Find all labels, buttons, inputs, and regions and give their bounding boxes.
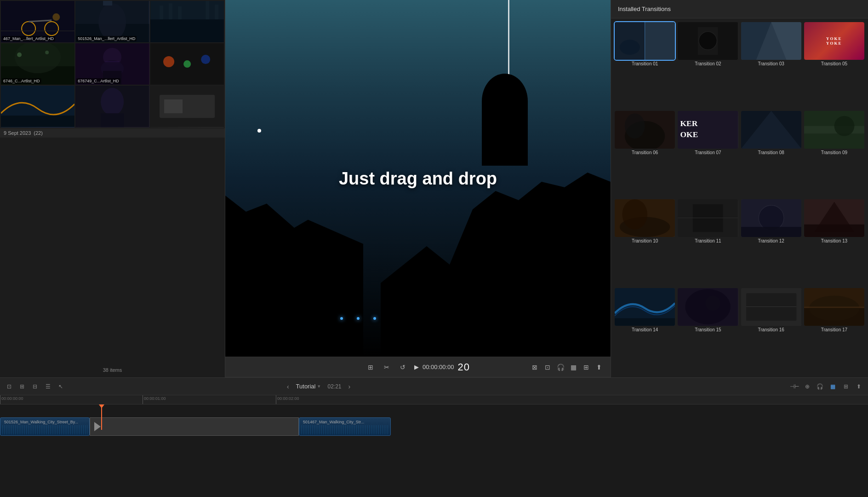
media-section-label: 9 Sept 2023 (22) [0, 128, 225, 138]
svg-point-84 [809, 295, 859, 321]
transition-thumb-05[interactable]: YOKEYOKE [804, 22, 864, 60]
transition-item-16[interactable]: Transition 16 [741, 288, 801, 374]
transition-thumb-11[interactable] [678, 199, 738, 237]
transition-thumb-01[interactable] [615, 22, 675, 60]
transition-thumb-06[interactable] [615, 111, 675, 149]
timeline-tool-3[interactable]: ⊟ [30, 382, 40, 391]
white-dot [257, 129, 261, 133]
export-icon[interactable]: ⊞ [582, 363, 591, 372]
svg-point-43 [620, 40, 640, 55]
transition-item-06[interactable]: Transition 06 [615, 111, 675, 197]
zoom-icon[interactable]: ⊡ [543, 363, 552, 372]
svg-point-4 [52, 13, 60, 21]
media-thumb-3[interactable] [150, 1, 224, 42]
select-tool[interactable]: ↖ [56, 382, 65, 391]
svg-text:KER: KER [680, 118, 698, 127]
ruler-mark-1: 00:00:01:00 [143, 395, 166, 404]
transition-label-14: Transition 14 [615, 327, 675, 334]
transition-item-09[interactable]: Transition 09 [804, 111, 864, 197]
transform-icon[interactable]: ↺ [398, 363, 407, 372]
media-thumb-4[interactable]: 6746_C...Artlist_HD [1, 43, 74, 85]
timeline-title-text[interactable]: Tutorial [296, 383, 316, 390]
zoom-fit-icon[interactable]: ⊠ [530, 363, 539, 372]
transition-thumb-10[interactable] [615, 199, 675, 237]
timeline-ruler: 00:00:00:00 00:00:01:00 00:00:02:00 [0, 395, 868, 405]
transition-label-16: Transition 16 [741, 327, 801, 334]
media-label-2: 501526_Man_...llert_Artlist_HD [76, 36, 137, 41]
transition-thumb-03[interactable] [741, 22, 801, 60]
play-button[interactable]: ▶ [414, 364, 419, 370]
media-thumb-1[interactable]: 467_Man_...llert_Artlist_HD [1, 1, 74, 42]
transition-label-13: Transition 13 [804, 238, 864, 245]
timeline-tool-1[interactable]: ⊡ [5, 382, 14, 391]
headphone-icon[interactable]: 🎧 [556, 363, 565, 372]
transitions-title: Installed Transitions [618, 6, 671, 12]
svg-point-30 [201, 55, 210, 64]
transition-thumb-07[interactable]: KER OKE [678, 111, 738, 149]
media-thumb-9[interactable] [150, 86, 224, 127]
transition-thumb-16[interactable] [741, 288, 801, 326]
transition-item-08[interactable]: Transition 08 [741, 111, 801, 197]
fullscreen-icon[interactable]: ⊞ [841, 382, 851, 391]
transition-item-07[interactable]: KER OKE Transition 07 [678, 111, 738, 197]
clip-2-waveform [301, 425, 388, 434]
transition-item-15[interactable]: Transition 15 [678, 288, 738, 374]
share-icon[interactable]: ⬆ [594, 363, 604, 372]
transition-item-11[interactable]: Transition 11 [678, 199, 738, 285]
transition-label-11: Transition 11 [678, 238, 738, 245]
connector-arrow [94, 422, 101, 431]
transition-item-12[interactable]: Transition 12 [741, 199, 801, 285]
media-thumb-7[interactable] [1, 86, 74, 127]
transition-item-14[interactable]: Transition 14 [615, 288, 675, 374]
svg-point-46 [699, 32, 717, 50]
frame-icon[interactable]: ⊞ [366, 363, 375, 372]
transition-label-07: Transition 07 [678, 150, 738, 157]
audio-icon[interactable]: 🎧 [816, 382, 825, 391]
transition-thumb-17[interactable] [804, 288, 864, 326]
timeline-tool-4[interactable]: ☰ [43, 382, 52, 391]
transition-item-13[interactable]: Transition 13 [804, 199, 864, 285]
top-area: 467_Man_...llert_Artlist_HD 501526_Man_.… [0, 0, 868, 377]
section-date: 9 Sept 2023 [4, 130, 31, 136]
transition-thumb-09[interactable] [804, 111, 864, 149]
svg-point-29 [183, 60, 191, 68]
transition-thumb-15[interactable] [678, 288, 738, 326]
grid-icon[interactable]: ▦ [569, 363, 578, 372]
app-container: 467_Man_...llert_Artlist_HD 501526_Man_.… [0, 0, 868, 497]
clip-2-label: 501467_Man_Walking_City_Str... [301, 419, 388, 425]
transition-thumb-14[interactable] [615, 288, 675, 326]
fit-width-icon[interactable]: ⊣⊢ [790, 382, 799, 391]
transition-item-10[interactable]: Transition 10 [615, 199, 675, 285]
transition-label-08: Transition 08 [741, 150, 801, 157]
media-thumb-5[interactable]: 676749_C...Artlist_HD [75, 43, 149, 85]
preview-video: Just drag and drop [225, 0, 611, 357]
timeline-dropdown-icon[interactable]: ▾ [318, 383, 320, 389]
zoom-timeline-icon[interactable]: ⊕ [803, 382, 812, 391]
media-thumb-6[interactable] [150, 43, 224, 85]
transition-thumb-12[interactable] [741, 199, 801, 237]
transition-item-02[interactable]: Transition 02 [678, 22, 738, 108]
transition-item-17[interactable]: Transition 17 [804, 288, 864, 374]
nav-next[interactable]: › [348, 383, 350, 390]
svg-point-69 [759, 205, 784, 231]
transition-label-12: Transition 12 [741, 238, 801, 245]
transition-item-05[interactable]: YOKEYOKE Transition 05 [804, 22, 864, 108]
video-clip-1[interactable]: 501526_Man_Walking_City_Street_By... [0, 417, 90, 436]
transition-item-03[interactable]: Transition 03 [741, 22, 801, 108]
trim-icon[interactable]: ✂ [382, 363, 391, 372]
media-thumb-8[interactable] [75, 86, 149, 127]
media-thumb-2[interactable]: 501526_Man_...llert_Artlist_HD [75, 1, 149, 42]
video-clip-2[interactable]: 501467_Man_Walking_City_Str... [299, 417, 391, 436]
svg-rect-35 [101, 113, 124, 127]
transition-thumb-08[interactable] [741, 111, 801, 149]
view-toggle[interactable]: ▦ [828, 382, 838, 391]
transition-thumb-13[interactable] [804, 199, 864, 237]
share-timeline-icon[interactable]: ⬆ [854, 382, 863, 391]
timeline-title-container: Tutorial ▾ [296, 383, 321, 390]
media-label-4: 6746_C...Artlist_HD [2, 78, 41, 84]
nav-prev[interactable]: ‹ [287, 383, 289, 390]
transition-item-01[interactable]: Transition 01 [615, 22, 675, 108]
svg-point-8 [98, 3, 126, 40]
timeline-tool-2[interactable]: ⊞ [17, 382, 27, 391]
transition-thumb-02[interactable] [678, 22, 738, 60]
